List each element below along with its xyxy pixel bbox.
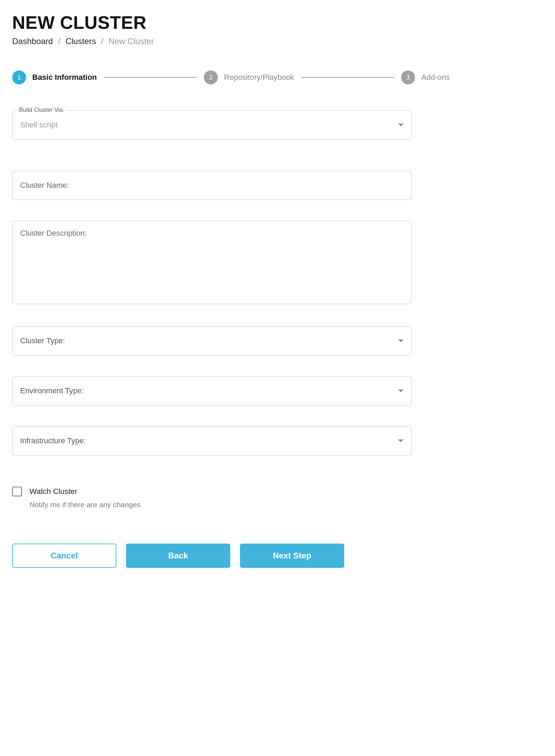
breadcrumb-separator: / (58, 36, 60, 46)
watch-cluster-sublabel: Notify me if there are any changes (30, 501, 412, 509)
cluster-name-field (12, 171, 412, 200)
stepper: 1 Basic Information 2 Repository/Playboo… (12, 70, 450, 84)
infrastructure-type-select[interactable]: Infrastructure Type: (12, 426, 412, 455)
build-cluster-via-value: Shell script (20, 120, 58, 129)
breadcrumb-clusters[interactable]: Clusters (65, 36, 96, 46)
back-button[interactable]: Back (126, 544, 230, 568)
step-label: Add-ons (421, 73, 450, 82)
watch-cluster-label: Watch Cluster (30, 487, 77, 496)
breadcrumb-current: New Cluster (108, 36, 154, 46)
environment-type-select[interactable]: Environment Type: (12, 376, 412, 405)
infrastructure-type-label: Infrastructure Type: (20, 436, 86, 445)
cancel-button[interactable]: Cancel (12, 544, 116, 568)
build-cluster-via-select[interactable]: Shell script (12, 110, 412, 140)
cluster-name-input[interactable] (12, 171, 412, 200)
step-add-ons[interactable]: 3 Add-ons (401, 70, 450, 84)
chevron-down-icon (398, 439, 404, 442)
build-cluster-via-legend: Build Cluster Via: (17, 107, 66, 114)
cluster-type-field: Cluster Type: (12, 326, 412, 355)
step-number-icon: 2 (204, 70, 218, 84)
step-label: Repository/Playbook (224, 73, 294, 82)
cluster-description-input[interactable] (12, 221, 412, 304)
breadcrumb-dashboard[interactable]: Dashboard (12, 36, 53, 46)
next-step-button[interactable]: Next Step (240, 544, 344, 568)
cluster-type-select[interactable]: Cluster Type: (12, 326, 412, 355)
chevron-down-icon (398, 124, 404, 126)
chevron-down-icon (398, 339, 404, 342)
step-connector (301, 77, 394, 78)
form-area: Build Cluster Via: Shell script Cluster … (12, 110, 412, 568)
infrastructure-type-field: Infrastructure Type: (12, 426, 412, 455)
breadcrumb: Dashboard / Clusters / New Cluster (12, 36, 543, 46)
build-cluster-via-field: Build Cluster Via: Shell script (12, 110, 412, 140)
breadcrumb-separator: / (101, 36, 103, 46)
page-title: NEW CLUSTER (12, 12, 543, 33)
step-connector (104, 77, 197, 78)
cluster-description-field (12, 221, 412, 305)
step-number-icon: 3 (401, 70, 415, 84)
step-number-icon: 1 (12, 70, 26, 84)
chevron-down-icon (398, 389, 404, 392)
watch-cluster-checkbox[interactable] (12, 487, 22, 496)
step-label: Basic Information (32, 73, 97, 82)
cluster-type-label: Cluster Type: (20, 336, 65, 345)
step-repository-playbook[interactable]: 2 Repository/Playbook (204, 70, 294, 84)
button-row: Cancel Back Next Step (12, 544, 412, 568)
environment-type-field: Environment Type: (12, 376, 412, 405)
environment-type-label: Environment Type: (20, 386, 84, 395)
step-basic-information[interactable]: 1 Basic Information (12, 70, 97, 84)
watch-cluster-row: Watch Cluster (12, 487, 412, 496)
